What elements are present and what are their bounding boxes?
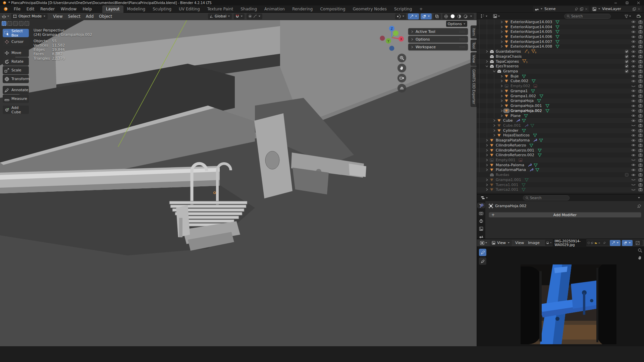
expand-icon[interactable] <box>499 75 504 78</box>
expand-icon[interactable] <box>492 134 496 137</box>
expand-icon[interactable] <box>492 129 496 132</box>
expand-icon[interactable] <box>499 30 504 33</box>
show-gizmo-dropdown[interactable] <box>395 13 406 19</box>
camera-visibility-icon[interactable] <box>638 104 643 108</box>
outliner-type-button[interactable] <box>479 14 489 18</box>
eye-closed-icon[interactable] <box>631 188 636 191</box>
eye-open-icon[interactable] <box>631 163 636 167</box>
sidebar-tab-item[interactable]: Item <box>471 25 477 39</box>
viewport-menu-view[interactable]: View <box>50 13 65 19</box>
expand-icon[interactable] <box>484 149 489 152</box>
collection-checkbox[interactable] <box>625 60 629 63</box>
eye-open-icon[interactable] <box>631 70 636 73</box>
outliner-row[interactable]: Plane <box>477 113 644 118</box>
viewport-menu-object[interactable]: Object <box>96 13 115 19</box>
gizmos-toggle[interactable] <box>408 13 419 19</box>
camera-visibility-icon[interactable] <box>638 45 643 48</box>
viewport-options-dropdown[interactable]: Options <box>446 21 467 27</box>
expand-icon[interactable] <box>484 60 489 63</box>
panel-workspace[interactable]: Workspace::::: <box>408 44 468 50</box>
panel-options[interactable]: Options::::: <box>408 36 468 43</box>
ie-pan-icon[interactable] <box>638 255 642 260</box>
tool-move[interactable]: Move <box>3 49 29 57</box>
outliner-row[interactable]: Buje <box>477 74 644 79</box>
camera-visibility-icon[interactable] <box>638 188 643 191</box>
camera-visibility-icon[interactable] <box>638 124 643 127</box>
expand-icon[interactable] <box>484 139 489 142</box>
camera-visibility-icon[interactable] <box>638 158 643 162</box>
properties-search[interactable] <box>523 195 570 200</box>
eye-open-icon[interactable] <box>631 25 636 28</box>
camera-visibility-icon[interactable] <box>638 178 643 182</box>
viewport-3d[interactable]: Object Mode ViewSelectAddObject Global <box>0 13 477 346</box>
outliner-row[interactable]: Tuerca2.001 <box>477 187 644 192</box>
eye-closed-icon[interactable] <box>631 124 636 127</box>
camera-visibility-icon[interactable] <box>638 50 643 53</box>
ie-overlays-toggle[interactable] <box>622 240 633 246</box>
outliner-row[interactable]: GrampaHoja.001 <box>477 103 644 108</box>
eye-open-icon[interactable] <box>631 45 636 48</box>
eye-open-icon[interactable] <box>631 55 636 58</box>
expand-icon[interactable] <box>499 35 504 38</box>
workspace-tab-texture-paint[interactable]: Texture Paint <box>204 5 237 13</box>
camera-visibility-icon[interactable] <box>638 94 643 98</box>
sidebar-tab-view[interactable]: View <box>471 52 477 66</box>
expand-icon[interactable] <box>499 109 504 112</box>
menu-help[interactable]: Help <box>79 6 95 12</box>
copy-icon[interactable] <box>633 7 636 11</box>
camera-visibility-icon[interactable] <box>638 133 643 137</box>
outliner-row[interactable]: Grampa1.001 <box>477 177 644 182</box>
image-datablock-selector[interactable]: IMG-20250914-WA0029.jpg <box>545 240 643 246</box>
outliner-row[interactable]: HojasElasticos <box>477 133 644 138</box>
outliner-row[interactable]: ExteriorAlargue14.005 <box>477 29 644 34</box>
maximize-button[interactable] <box>621 0 633 5</box>
eye-open-icon[interactable] <box>631 65 636 68</box>
tab-render-properties[interactable] <box>478 211 485 216</box>
collapse-icon[interactable] <box>492 70 496 73</box>
tool-add-cube[interactable]: Add Cube <box>3 106 29 114</box>
editor-type-button[interactable] <box>0 14 11 18</box>
tab-viewlayer-properties[interactable] <box>478 226 485 231</box>
eye-open-icon[interactable] <box>631 168 636 172</box>
camera-visibility-icon[interactable] <box>638 119 643 122</box>
pan-view-button[interactable] <box>397 64 406 72</box>
outliner-row[interactable]: Manota-Paloma <box>477 163 644 168</box>
eye-open-icon[interactable] <box>631 20 636 23</box>
expand-icon[interactable] <box>492 124 496 127</box>
outliner-row[interactable]: Grampa <box>477 69 644 74</box>
workspace-tab-modeling[interactable]: Modeling <box>123 5 149 13</box>
camera-visibility-icon[interactable] <box>638 55 643 58</box>
properties-search-input[interactable] <box>530 196 567 200</box>
camera-visibility-icon[interactable] <box>638 114 643 118</box>
properties-options-dropdown[interactable] <box>636 196 642 199</box>
viewport-menu-add[interactable]: Add <box>83 13 96 19</box>
outliner-row[interactable]: Cube <box>477 118 644 123</box>
eye-open-icon[interactable] <box>631 129 636 132</box>
blender-menu-icon[interactable] <box>3 7 8 11</box>
tab-tool-properties[interactable] <box>478 203 485 208</box>
camera-visibility-icon[interactable] <box>638 84 643 88</box>
expand-icon[interactable] <box>499 40 504 43</box>
outliner-row[interactable]: BisagraChasis <box>477 54 644 59</box>
eye-open-icon[interactable] <box>631 60 636 63</box>
camera-visibility-icon[interactable] <box>638 99 643 103</box>
select-extend-icon[interactable] <box>7 21 12 26</box>
snap-dropdown[interactable] <box>234 13 245 19</box>
tool-annotate[interactable]: Annotate <box>3 86 29 94</box>
workspace-tab-sculpting[interactable]: Sculpting <box>149 5 175 13</box>
eye-closed-icon[interactable] <box>631 178 636 181</box>
tool-select-box[interactable]: Select Box <box>3 29 29 37</box>
camera-visibility-icon[interactable] <box>638 168 643 172</box>
perspective-toggle-button[interactable] <box>397 84 406 93</box>
image-menu-image[interactable]: Image <box>526 240 541 246</box>
sample-tool-button[interactable] <box>479 249 486 256</box>
expand-icon[interactable] <box>499 99 504 102</box>
camera-visibility-icon[interactable] <box>638 163 643 167</box>
camera-visibility-icon[interactable] <box>638 183 643 187</box>
ie-render-slot-icon[interactable] <box>634 241 641 245</box>
expand-icon[interactable] <box>484 159 489 162</box>
menu-edit[interactable]: Edit <box>23 6 37 12</box>
workspace-tab-rendering[interactable]: Rendering <box>288 5 316 13</box>
camera-visibility-icon[interactable] <box>638 143 643 147</box>
ie-zoom-icon[interactable] <box>638 248 642 253</box>
